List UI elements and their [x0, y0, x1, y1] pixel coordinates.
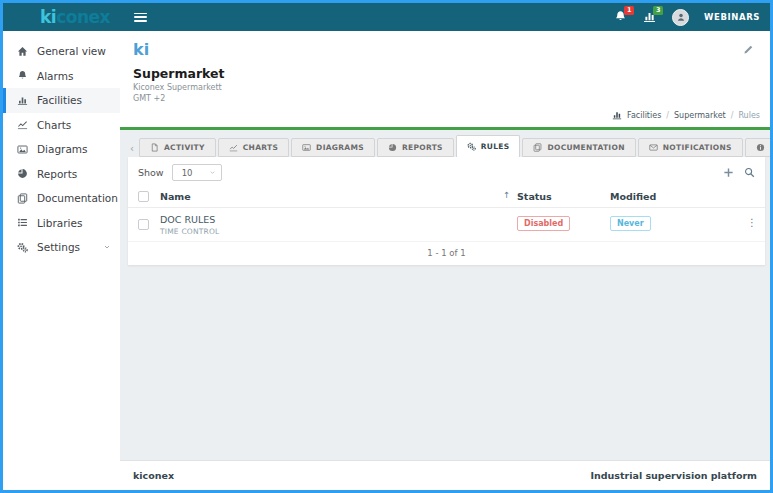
tab-label: CHARTS: [243, 143, 278, 152]
table-row[interactable]: DOC RULES TIME CONTROL Disabled Never ⋮: [128, 208, 765, 241]
sort-ascending-icon[interactable]: ↑: [503, 190, 510, 200]
breadcrumb-supermarket[interactable]: Supermarket: [674, 111, 726, 120]
user-avatar[interactable]: [672, 9, 689, 26]
line-chart-icon: [17, 119, 28, 130]
info-icon: [756, 143, 765, 152]
chevron-down-icon: [209, 169, 216, 176]
logo-part1: ki: [40, 7, 56, 27]
file-icon: [150, 143, 159, 152]
breadcrumb-separator: /: [666, 111, 669, 120]
copy-icon: [17, 193, 28, 204]
sidebar-item-libraries[interactable]: Libraries: [3, 211, 120, 236]
page-size-select[interactable]: 10: [172, 164, 222, 181]
table-header-row: Name ↑ Status Modified: [128, 186, 765, 208]
footer-brand: kiconex: [133, 470, 174, 481]
tab-label: DIAGRAMS: [316, 143, 364, 152]
table-controls: Show 10: [128, 157, 765, 186]
row-menu-kebab-icon[interactable]: ⋮: [747, 217, 757, 228]
tab-system[interactable]: SYSTEM: [745, 138, 773, 157]
tab-notifications[interactable]: NOTIFICATIONS: [638, 138, 743, 157]
tab-charts[interactable]: CHARTS: [218, 138, 289, 157]
facility-subtitle: Kiconex Supermarkett: [133, 83, 222, 92]
column-header-modified: Modified: [610, 191, 656, 202]
app-window: kiconex 1 3 WEBINARS General view Alarms: [0, 0, 773, 493]
sidebar-item-settings[interactable]: Settings: [3, 235, 120, 260]
page-title: Supermarket: [133, 66, 225, 81]
line-chart-icon: [229, 143, 238, 152]
bell-icon: [17, 70, 28, 81]
sidebar-item-label: Diagrams: [37, 143, 88, 155]
edit-pencil-icon[interactable]: [743, 44, 754, 55]
add-rule-button[interactable]: [723, 167, 734, 178]
footer-tagline: Industrial supervision platform: [590, 470, 757, 481]
sidebar-item-label: Documentation: [37, 192, 118, 204]
breadcrumb-facilities[interactable]: Facilities: [627, 111, 661, 120]
page-size-value: 10: [182, 168, 193, 178]
list-icon: [17, 217, 28, 228]
sidebar-item-general-view[interactable]: General view: [3, 39, 120, 64]
breadcrumb-separator: /: [731, 111, 734, 120]
facilities-breadcrumb-icon: [612, 110, 622, 120]
pie-chart-icon: [17, 168, 28, 179]
tab-reports[interactable]: REPORTS: [377, 138, 454, 157]
pagination-status: 1 - 1 of 1: [128, 241, 765, 265]
sidebar-item-label: Settings: [37, 241, 80, 253]
sidebar-item-documentation[interactable]: Documentation: [3, 186, 120, 211]
facilities-count-badge: 3: [653, 6, 663, 15]
rule-name: DOC RULES: [160, 214, 219, 225]
top-bar: kiconex 1 3 WEBINARS: [3, 3, 770, 31]
sidebar-item-label: Libraries: [37, 217, 82, 229]
pie-chart-icon: [388, 143, 397, 152]
alarms-bell-icon[interactable]: 1: [614, 10, 628, 24]
status-badge: Disabled: [517, 216, 570, 231]
modified-badge: Never: [610, 216, 651, 231]
hamburger-icon[interactable]: [134, 13, 147, 22]
sidebar-item-diagrams[interactable]: Diagrams: [3, 137, 120, 162]
webinars-link[interactable]: WEBINARS: [704, 12, 760, 22]
image-icon: [17, 144, 28, 155]
facility-logo: ki: [133, 40, 149, 59]
chevron-down-icon: [103, 243, 111, 251]
facilities-status-icon[interactable]: 3: [643, 10, 657, 24]
sidebar-item-label: Alarms: [37, 70, 73, 82]
sidebar-item-charts[interactable]: Charts: [3, 113, 120, 138]
show-label: Show: [138, 167, 164, 178]
image-icon: [302, 143, 311, 152]
tab-label: RULES: [481, 142, 510, 151]
sidebar-item-reports[interactable]: Reports: [3, 162, 120, 187]
row-checkbox[interactable]: [138, 219, 149, 230]
person-icon: [676, 12, 686, 22]
tab-scroll-left[interactable]: ‹: [128, 143, 139, 157]
facility-header-card: ki Supermarket Kiconex Supermarkett GMT …: [120, 31, 770, 130]
page-footer: kiconex Industrial supervision platform: [120, 460, 770, 490]
sidebar-item-alarms[interactable]: Alarms: [3, 64, 120, 89]
tab-activity[interactable]: ACTIVITY: [139, 138, 216, 157]
bar-chart-icon: [17, 95, 28, 106]
gears-icon: [467, 142, 476, 151]
gears-icon: [17, 242, 28, 253]
envelope-icon: [649, 143, 658, 152]
tab-documentation[interactable]: DOCUMENTATION: [522, 138, 635, 157]
select-all-checkbox[interactable]: [138, 191, 149, 202]
column-header-name: Name: [160, 191, 191, 202]
tab-rules[interactable]: RULES: [456, 135, 521, 157]
search-icon[interactable]: [744, 167, 755, 178]
breadcrumb-current: Rules: [738, 111, 760, 120]
sidebar-item-label: Facilities: [37, 94, 82, 106]
sidebar-nav: General view Alarms Facilities Charts Di…: [3, 31, 120, 490]
rule-subtitle: TIME CONTROL: [160, 227, 219, 236]
tab-label: ACTIVITY: [164, 143, 205, 152]
tab-label: DOCUMENTATION: [547, 143, 624, 152]
sidebar-item-facilities[interactable]: Facilities: [3, 88, 120, 113]
rules-table-card: Show 10 Name ↑ Status Modified: [128, 157, 765, 265]
column-header-status: Status: [517, 191, 552, 202]
tab-label: NOTIFICATIONS: [663, 143, 732, 152]
tab-diagrams[interactable]: DIAGRAMS: [291, 138, 375, 157]
sidebar-item-label: Charts: [37, 119, 71, 131]
alarms-count-badge: 1: [624, 6, 634, 15]
home-icon: [17, 46, 28, 57]
tab-label: REPORTS: [402, 143, 443, 152]
brand-logo: kiconex: [3, 9, 120, 26]
logo-part2: conex: [56, 7, 110, 27]
sidebar-item-label: General view: [37, 45, 106, 57]
